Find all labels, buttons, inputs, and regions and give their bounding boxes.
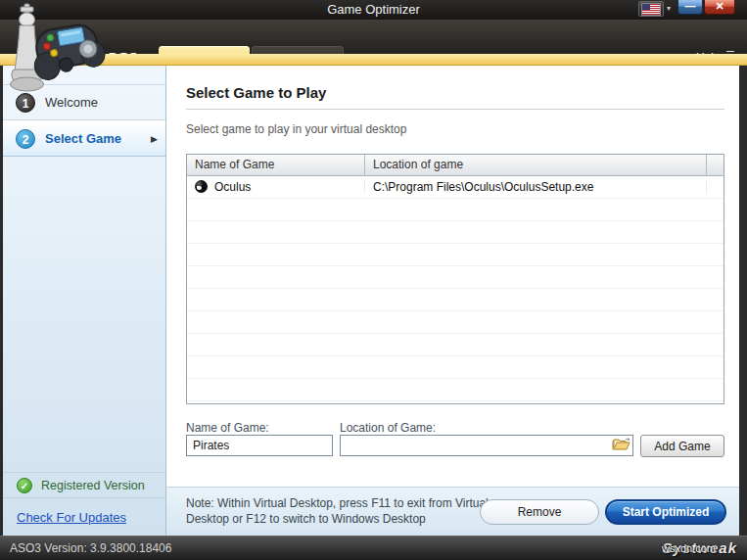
add-game-button[interactable]: Add Game <box>640 435 724 457</box>
remove-button[interactable]: Remove <box>480 499 599 525</box>
column-header-location[interactable]: Location of game <box>365 155 707 175</box>
minimize-button[interactable]: — <box>677 0 703 15</box>
registered-version-status: ✓ Registered Version <box>3 472 165 497</box>
check-for-updates-row: Check For Updates <box>3 497 165 536</box>
table-row[interactable]: Oculus C:\Program Files\Oculus\OculusSet… <box>187 176 724 199</box>
status-bar: ASO3 Version: 3.9.3800.18406 Systweak ws… <box>0 536 747 560</box>
browse-folder-button[interactable] <box>611 437 632 454</box>
table-empty-row <box>187 334 724 356</box>
window-title: Game Optimizer <box>0 0 747 20</box>
watermark-overlay-text: wsxdn.com <box>662 542 716 554</box>
main-panel: Select Game to Play Select game to play … <box>166 66 739 536</box>
game-location-input[interactable] <box>341 437 611 454</box>
watermark: Systweak wsxdn.com <box>610 538 737 558</box>
table-empty-row <box>187 401 724 404</box>
game-name-input[interactable] <box>186 435 333 456</box>
check-for-updates-link[interactable]: Check For Updates <box>17 510 126 525</box>
page-title: Select Game to Play <box>186 84 326 101</box>
table-empty-row <box>187 311 724 334</box>
table-header[interactable]: Name of Game Location of game <box>187 155 724 176</box>
virtual-desktop-note: Note: Within Virtual Desktop, press F11 … <box>186 495 490 527</box>
table-empty-row <box>187 379 724 401</box>
language-dropdown-icon[interactable]: ▾ <box>667 4 671 13</box>
table-empty-row <box>187 199 724 221</box>
game-table[interactable]: Name of Game Location of game Oculus C:\… <box>186 154 724 404</box>
green-check-icon: ✓ <box>17 478 32 493</box>
footer-note-bar: Note: Within Virtual Desktop, press F11 … <box>166 487 739 536</box>
location-of-game-label: Location of Game: <box>340 421 436 435</box>
game-location-input-wrap <box>340 435 633 456</box>
name-of-game-label: Name of Game: <box>186 421 269 435</box>
start-optimized-button[interactable]: Start Optimized <box>605 499 726 525</box>
close-button[interactable]: ✕ <box>704 0 735 15</box>
page-subtitle: Select game to play in your virtual desk… <box>186 122 406 136</box>
column-header-spacer <box>707 155 724 175</box>
chevron-right-icon: ▶ <box>151 134 158 144</box>
sidebar-item-label: Welcome <box>45 95 98 110</box>
table-empty-row <box>187 266 724 289</box>
app-logo-chess-gamepad-icon <box>2 2 106 92</box>
column-header-name[interactable]: Name of Game <box>187 155 365 175</box>
us-flag-icon <box>642 4 660 15</box>
open-folder-icon <box>612 437 631 451</box>
language-flag-button[interactable] <box>638 1 664 17</box>
table-empty-row <box>187 221 724 244</box>
table-empty-row <box>187 289 724 311</box>
app-window: Game Optimizer ▾ — ✕ aso Optimize Settin… <box>0 0 747 560</box>
step-2-badge: 2 <box>16 129 35 149</box>
table-empty-row <box>187 356 724 379</box>
step-1-badge: 1 <box>16 93 35 113</box>
oculus-game-icon <box>195 180 208 193</box>
version-text: ASO3 Version: 3.9.3800.18406 <box>10 537 171 560</box>
sidebar-item-select-game[interactable]: 2 Select Game ▶ <box>3 120 165 157</box>
header-band: aso Optimize Settings Help ▾ <box>0 20 747 54</box>
gold-accent-strip <box>0 54 747 66</box>
sidebar: 1 Welcome 2 Select Game ▶ ✓ Registered V… <box>3 66 166 536</box>
titlebar[interactable]: Game Optimizer ▾ — ✕ <box>0 0 747 20</box>
game-table-body: Oculus C:\Program Files\Oculus\OculusSet… <box>187 176 724 404</box>
table-empty-row <box>187 244 724 266</box>
sidebar-item-label: Select Game <box>45 131 121 146</box>
title-divider <box>186 109 724 110</box>
game-name-cell: Oculus <box>187 180 365 194</box>
registered-version-label: Registered Version <box>41 479 145 492</box>
game-location-cell: C:\Program Files\Oculus\OculusSetup.exe <box>365 180 707 194</box>
